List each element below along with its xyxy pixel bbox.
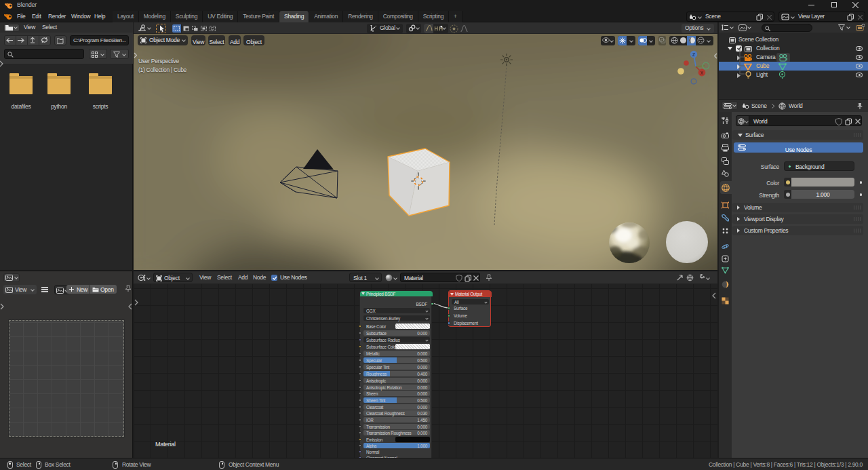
svg-text:X: X [701,71,704,75]
svg-text:Z: Z [692,52,695,57]
